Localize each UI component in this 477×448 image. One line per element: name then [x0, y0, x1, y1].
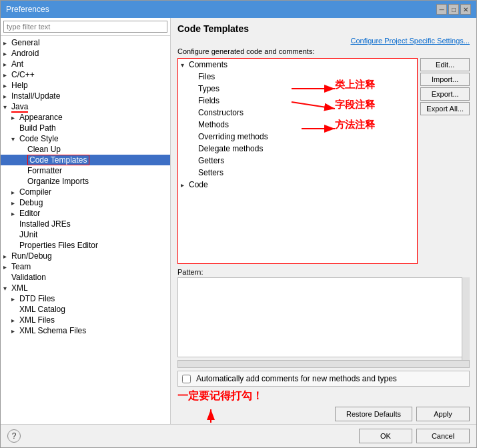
- tree-item-propertieseditor[interactable]: Properties Files Editor: [1, 240, 170, 251]
- auto-add-label: Automatically add comments for new metho…: [196, 374, 397, 383]
- bottom-buttons: Restore Defaults Apply: [177, 404, 470, 424]
- code-tree-item-setters[interactable]: Setters: [178, 167, 417, 179]
- tree-label-xmlcatalog: XML Catalog: [19, 305, 65, 314]
- code-tree-item-fields[interactable]: Fields: [178, 95, 417, 107]
- titlebar-title: Preferences: [6, 5, 49, 14]
- tree-label-team: Team: [11, 262, 31, 271]
- tree-label-java: Java: [11, 102, 28, 111]
- tree-label-xmlschemafiles: XML Schema Files: [19, 326, 86, 335]
- pattern-hscrollbar[interactable]: [177, 360, 470, 368]
- tree-item-codetemplates[interactable]: Code Templates: [1, 155, 170, 165]
- code-tree-item-code[interactable]: Code: [178, 179, 417, 191]
- apply-button[interactable]: Apply: [416, 407, 470, 421]
- tree-label-installedjres: Installed JREs: [19, 219, 71, 229]
- pattern-box[interactable]: [177, 277, 470, 357]
- code-tree-item-constructors[interactable]: Constructors: [178, 107, 417, 119]
- tree-label-formatter: Formatter: [27, 166, 62, 175]
- preferences-dialog: Preferences ─ □ ✕ GeneralAndroidAntC/C++…: [0, 0, 477, 448]
- tree-item-junit[interactable]: JUnit: [1, 229, 170, 240]
- tree-item-general[interactable]: General: [1, 37, 170, 48]
- tree-label-general: General: [11, 38, 40, 47]
- tree-area: GeneralAndroidAntC/C++HelpInstall/Update…: [1, 36, 170, 424]
- configure-link[interactable]: Configure Project Specific Settings...: [177, 37, 470, 45]
- code-tree-item-types[interactable]: Types: [178, 83, 417, 95]
- auto-add-checkbox[interactable]: [182, 375, 191, 383]
- tree-label-codestyle: Code Style: [19, 134, 59, 143]
- tree-label-junit: JUnit: [19, 230, 37, 239]
- tree-label-installupdate: Install/Update: [11, 91, 60, 101]
- filter-wrap: [1, 18, 170, 36]
- code-tree-item-getters[interactable]: Getters: [178, 155, 417, 167]
- restore-defaults-button[interactable]: Restore Defaults: [335, 407, 412, 421]
- tree-item-validation[interactable]: Validation: [1, 272, 170, 283]
- tree-label-dtdfiles: DTD Files: [19, 294, 55, 303]
- tree-label-editor: Editor: [19, 209, 40, 218]
- tree-item-rundebug[interactable]: Run/Debug: [1, 251, 170, 261]
- tree-item-debug[interactable]: Debug: [1, 197, 170, 208]
- tree-label-xml: XML: [11, 283, 28, 293]
- tree-action-buttons: Edit... Import... Export... Export All..…: [420, 58, 470, 264]
- tree-item-xmlfiles[interactable]: XML Files: [1, 315, 170, 325]
- tree-item-android[interactable]: Android: [1, 48, 170, 59]
- tree-item-formatter[interactable]: Formatter: [1, 165, 170, 176]
- code-tree-item-overriding[interactable]: Overriding methods: [178, 131, 417, 143]
- minimize-button[interactable]: ─: [436, 4, 447, 15]
- tree-item-java[interactable]: Java: [1, 101, 170, 112]
- maximize-button[interactable]: □: [448, 4, 459, 15]
- import-button[interactable]: Import...: [420, 73, 470, 86]
- tree-item-cleanup[interactable]: Clean Up: [1, 144, 170, 155]
- tree-label-propertieseditor: Properties Files Editor: [19, 241, 98, 250]
- tree-item-editor[interactable]: Editor: [1, 208, 170, 219]
- checkbox-row: Automatically add comments for new metho…: [177, 371, 470, 387]
- dialog-footer: ? OK Cancel: [1, 424, 476, 447]
- tree-item-xmlschemafiles[interactable]: XML Schema Files: [1, 325, 170, 336]
- tree-label-debug: Debug: [19, 198, 43, 207]
- code-tree-item-files[interactable]: Files: [178, 71, 417, 83]
- tree-item-compiler[interactable]: Compiler: [1, 187, 170, 197]
- configure-label: Configure generated code and comments:: [177, 47, 470, 55]
- code-tree-item-methods[interactable]: Methods: [178, 119, 417, 131]
- tree-item-codestyle[interactable]: Code Style: [1, 133, 170, 144]
- export-button[interactable]: Export...: [420, 87, 470, 101]
- close-button[interactable]: ✕: [460, 4, 471, 15]
- remember-annotation-row: 一定要记得打勾！: [177, 389, 470, 403]
- tree-item-xml[interactable]: XML: [1, 283, 170, 293]
- help-icon[interactable]: ?: [7, 429, 21, 443]
- tree-label-cleanup: Clean Up: [27, 145, 61, 154]
- tree-item-help[interactable]: Help: [1, 80, 170, 91]
- right-panel: Code Templates Configure Project Specifi…: [171, 18, 476, 424]
- tree-item-organizeimports[interactable]: Organize Imports: [1, 176, 170, 187]
- pattern-label: Pattern:: [177, 268, 470, 276]
- footer-left: ?: [7, 429, 355, 443]
- tree-item-xmlcatalog[interactable]: XML Catalog: [1, 304, 170, 315]
- left-panel: GeneralAndroidAntC/C++HelpInstall/Update…: [1, 18, 171, 424]
- ok-button[interactable]: OK: [359, 429, 412, 443]
- tree-item-ant[interactable]: Ant: [1, 59, 170, 69]
- tree-item-team[interactable]: Team: [1, 261, 170, 272]
- tree-item-appearance[interactable]: Appearance: [1, 112, 170, 123]
- code-templates-tree: CommentsFilesTypesFieldsConstructorsMeth…: [178, 59, 417, 263]
- tree-label-help: Help: [11, 81, 28, 90]
- tree-label-android: Android: [11, 49, 39, 58]
- export-all-button[interactable]: Export All...: [420, 102, 470, 115]
- tree-item-buildpath[interactable]: Build Path: [1, 123, 170, 133]
- tree-label-cpp: C/C++: [11, 70, 35, 79]
- tree-item-dtdfiles[interactable]: DTD Files: [1, 293, 170, 304]
- tree-label-buildpath: Build Path: [19, 123, 56, 133]
- edit-button[interactable]: Edit...: [420, 58, 470, 71]
- tree-item-installedjres[interactable]: Installed JREs: [1, 219, 170, 229]
- tree-label-compiler: Compiler: [19, 187, 51, 197]
- tree-label-xmlfiles: XML Files: [19, 315, 55, 325]
- code-tree-item-delegate[interactable]: Delegate methods: [178, 143, 417, 155]
- tree-label-organizeimports: Organize Imports: [27, 177, 89, 186]
- tree-label-appearance: Appearance: [19, 113, 63, 122]
- code-tree-item-comments[interactable]: Comments: [178, 59, 417, 71]
- tree-label-rundebug: Run/Debug: [11, 251, 52, 261]
- tree-item-installupdate[interactable]: Install/Update: [1, 91, 170, 101]
- cancel-button[interactable]: Cancel: [416, 429, 470, 443]
- filter-input[interactable]: [3, 21, 167, 33]
- pattern-scrollbar[interactable]: [462, 277, 470, 360]
- titlebar: Preferences ─ □ ✕: [1, 1, 476, 18]
- titlebar-controls: ─ □ ✕: [436, 4, 471, 15]
- tree-item-cpp[interactable]: C/C++: [1, 69, 170, 80]
